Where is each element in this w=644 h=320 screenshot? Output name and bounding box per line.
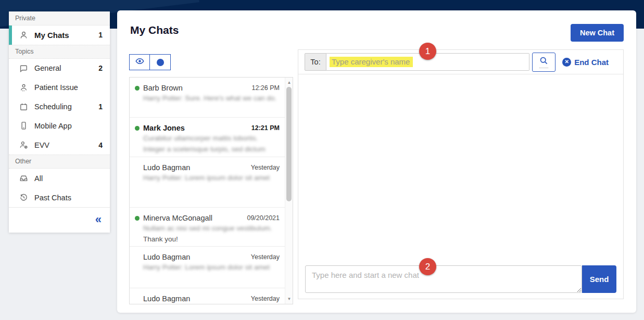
chat-name: Barb Brown [143, 84, 251, 92]
offline-dot-icon [135, 297, 140, 301]
sidebar-item-scheduling[interactable]: Scheduling 1 [9, 97, 110, 117]
chat-preview-redacted: Harry Potter: Lorem ipsum dolor sit amet [143, 174, 280, 183]
history-icon [19, 193, 28, 202]
conversation-message-area [298, 74, 623, 265]
chat-row-ludo-bagman-3[interactable]: Ludo Bagman Yesterday [130, 288, 285, 304]
chat-preview-redacted: Nullam ac nisi sed mi congue vestibulum. [143, 224, 280, 233]
chat-name: Ludo Bagman [143, 163, 251, 172]
sidebar-item-count: 1 [98, 103, 103, 111]
chat-preview-redacted: Curabitur ullamcorper mattis lobortis. [143, 134, 280, 143]
chat-preview-redacted: Harry Potter: Sure. Here's what we can d… [143, 94, 280, 103]
search-button[interactable] [532, 53, 555, 72]
sidebar-item-label: My Chats [34, 31, 98, 40]
sidebar-collapse-button[interactable]: « [95, 214, 100, 225]
sidebar-item-my-chats[interactable]: My Chats 1 [9, 25, 110, 45]
sidebar-section-private: Private [9, 11, 110, 25]
main-panel: My Chats New Chat Barb Brown 12:26 PM Ha… [117, 10, 636, 313]
send-button[interactable]: Send [582, 265, 616, 293]
person-clock-icon [19, 140, 28, 149]
patient-icon [19, 83, 28, 92]
filter-read-button[interactable] [129, 54, 150, 70]
sidebar-item-label: Past Chats [34, 194, 103, 202]
sidebar-footer: « [9, 207, 110, 233]
callout-badge-2: 2 [419, 258, 436, 275]
scroll-down-arrow-icon[interactable]: ▼ [285, 295, 293, 303]
sidebar-item-label: General [34, 64, 98, 72]
sidebar-section-topics: Topics [9, 45, 110, 59]
chat-preview-redacted: Harry Potter: Lorem ipsum dolor sit amet [143, 263, 280, 272]
chat-row-ludo-bagman-2[interactable]: Ludo Bagman Yesterday Harry Potter: Lore… [130, 247, 285, 288]
message-input[interactable] [305, 265, 582, 293]
compose-row: Send [298, 265, 623, 293]
sidebar-item-label: Mobile App [34, 122, 103, 130]
chat-name: Ludo Bagman [143, 295, 251, 303]
end-chat-label: End Chat [574, 58, 609, 67]
chat-time: Yesterday [251, 164, 280, 171]
chat-name: Ludo Bagman [143, 253, 251, 261]
callout-badge-1: 1 [419, 43, 436, 60]
online-dot-icon [135, 86, 140, 91]
search-icon [539, 56, 548, 68]
page-title: My Chats [130, 24, 179, 36]
filled-dot-icon [157, 59, 164, 66]
online-dot-icon [135, 216, 140, 221]
sidebar-item-general[interactable]: General 2 [9, 59, 110, 78]
chat-list: Barb Brown 12:26 PM Harry Potter: Sure. … [129, 77, 293, 304]
sidebar-item-count: 1 [98, 31, 103, 39]
sidebar-section-other: Other [9, 155, 110, 169]
person-icon [19, 31, 28, 40]
chat-time: 09/20/2021 [247, 214, 280, 222]
chat-list-scrollbar[interactable]: ▲ ▼ [285, 78, 293, 304]
sidebar: Private My Chats 1 Topics General 2 Pati… [9, 11, 110, 233]
mobile-icon [19, 121, 28, 130]
chat-bubble-icon [19, 64, 28, 73]
chat-time: 12:21 PM [251, 124, 280, 132]
scrollbar-thumb[interactable] [286, 87, 292, 201]
sidebar-item-label: Patient Issue [34, 83, 103, 92]
conversation-panel: 1 2 To: Type caregiver's name ✕ End Chat… [298, 49, 624, 299]
chat-time: 12:26 PM [251, 84, 280, 92]
scroll-up-arrow-icon[interactable]: ▲ [285, 79, 293, 86]
sidebar-item-count: 2 [98, 64, 103, 72]
sidebar-item-label: Scheduling [34, 103, 98, 111]
sidebar-item-label: EVV [34, 141, 98, 149]
chat-name: Mark Jones [143, 124, 251, 132]
chat-filter-group [129, 54, 171, 70]
offline-dot-icon [135, 255, 140, 260]
offline-dot-icon [135, 165, 140, 170]
sidebar-item-evv[interactable]: EVV 4 [9, 135, 110, 155]
inbox-icon [19, 174, 28, 183]
new-chat-button[interactable]: New Chat [571, 24, 624, 42]
sidebar-item-count: 4 [98, 141, 103, 149]
online-dot-icon [135, 126, 140, 131]
filter-unread-button[interactable] [150, 54, 171, 70]
chat-preview: Thank you! [143, 235, 280, 244]
sidebar-item-all[interactable]: All [9, 169, 110, 188]
to-label: To: [305, 53, 326, 71]
chat-row-ludo-bagman-1[interactable]: Ludo Bagman Yesterday Harry Potter: Lore… [130, 157, 285, 208]
chat-name: Minerva McGonagall [143, 214, 247, 222]
sidebar-item-past-chats[interactable]: Past Chats [9, 188, 110, 207]
eye-icon [135, 57, 144, 68]
chat-row-minerva-mcgonagall[interactable]: Minerva McGonagall 09/20/2021 Nullam ac … [130, 208, 285, 247]
chat-time: Yesterday [251, 295, 280, 302]
sidebar-item-patient-issue[interactable]: Patient Issue [9, 78, 110, 97]
calendar-icon [19, 103, 28, 111]
chat-row-barb-brown[interactable]: Barb Brown 12:26 PM Harry Potter: Sure. … [130, 78, 285, 118]
sidebar-item-label: All [34, 174, 103, 183]
chat-row-mark-jones[interactable]: Mark Jones 12:21 PM Curabitur ullamcorpe… [130, 118, 285, 157]
sidebar-item-mobile-app[interactable]: Mobile App [9, 117, 110, 136]
chat-time: Yesterday [251, 253, 280, 261]
end-chat-button[interactable]: ✕ End Chat [562, 58, 609, 67]
to-row: To: Type caregiver's name ✕ End Chat [298, 50, 623, 74]
caregiver-name-placeholder: Type caregiver's name [330, 57, 413, 67]
chat-preview-redacted: Integer a scelerisque turpis, sed dictum [143, 145, 280, 154]
close-circle-icon: ✕ [562, 58, 571, 67]
